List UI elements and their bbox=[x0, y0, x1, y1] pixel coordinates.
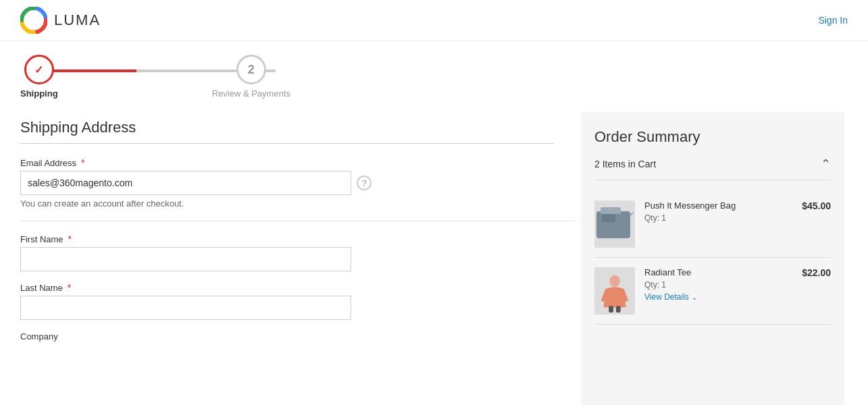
item-1-thumbnail bbox=[594, 200, 635, 248]
email-input-row: ? bbox=[20, 171, 554, 195]
form-divider bbox=[20, 221, 574, 221]
item-2-name: Radiant Tee bbox=[644, 267, 792, 277]
first-name-input[interactable] bbox=[20, 247, 351, 271]
company-form-group: Company bbox=[20, 331, 554, 344]
svg-rect-2 bbox=[601, 207, 621, 214]
last-name-input[interactable] bbox=[20, 296, 351, 320]
first-name-label: First Name bbox=[20, 234, 63, 244]
order-summary-column: Order Summary 2 Items in Cart ⌃ bbox=[581, 105, 844, 405]
svg-rect-6 bbox=[609, 306, 613, 313]
collapse-cart-icon[interactable]: ⌃ bbox=[821, 157, 831, 171]
first-name-form-group: First Name * bbox=[20, 234, 554, 271]
luma-logo-icon bbox=[20, 7, 47, 34]
items-in-cart-row: 2 Items in Cart ⌃ bbox=[594, 157, 831, 180]
svg-line-4 bbox=[630, 213, 633, 215]
item-2-details: Radiant Tee Qty: 1 View Details ⌄ bbox=[644, 267, 792, 302]
logo-text: LUMA bbox=[54, 11, 101, 29]
svg-rect-3 bbox=[602, 214, 615, 222]
step-2-label: Review & Payments bbox=[212, 88, 290, 99]
step-1-circle: ✓ bbox=[24, 55, 54, 84]
email-label: Email Address bbox=[20, 158, 76, 168]
item-1-qty: Qty: 1 bbox=[644, 213, 792, 223]
logo-area: LUMA bbox=[20, 7, 101, 34]
item-1-name: Push It Messenger Bag bbox=[644, 200, 792, 211]
order-item-2: Radiant Tee Qty: 1 View Details ⌄ $22.00 bbox=[594, 258, 831, 325]
shipping-address-title: Shipping Address bbox=[20, 105, 554, 144]
left-column: Shipping Address Email Address * ? You c… bbox=[20, 105, 581, 405]
last-name-label: Last Name bbox=[20, 283, 63, 293]
step-1-shipping: ✓ Shipping bbox=[20, 55, 58, 99]
step-1-checkmark: ✓ bbox=[34, 63, 43, 76]
view-details-link[interactable]: View Details ⌄ bbox=[644, 292, 697, 302]
last-name-form-group: Last Name * bbox=[20, 282, 554, 320]
messenger-bag-image bbox=[595, 202, 634, 246]
step-2-circle: 2 bbox=[236, 55, 266, 84]
item-2-price: $22.00 bbox=[802, 267, 831, 278]
main-layout: Shipping Address Email Address * ? You c… bbox=[0, 105, 868, 405]
progress-bar-section: ✓ Shipping 2 Review & Payments bbox=[0, 41, 868, 105]
order-item-1: Push It Messenger Bag Qty: 1 $45.00 bbox=[594, 191, 831, 258]
radiant-tee-image bbox=[595, 268, 634, 314]
items-count-label: 2 Items in Cart bbox=[594, 159, 656, 169]
item-1-price: $45.00 bbox=[802, 200, 831, 211]
view-details-chevron: ⌄ bbox=[692, 294, 697, 301]
first-name-required-star: * bbox=[68, 234, 71, 244]
email-hint: You can create an account after checkout… bbox=[20, 198, 554, 209]
step-1-label: Shipping bbox=[20, 88, 58, 99]
svg-point-5 bbox=[609, 275, 620, 287]
email-form-group: Email Address * ? You can create an acco… bbox=[20, 157, 554, 209]
view-details-label: View Details bbox=[644, 292, 689, 302]
site-header: LUMA Sign In bbox=[0, 0, 868, 41]
svg-rect-7 bbox=[616, 306, 621, 313]
order-summary-title: Order Summary bbox=[594, 128, 831, 146]
last-name-required-star: * bbox=[68, 282, 71, 293]
email-required-star: * bbox=[81, 157, 84, 168]
order-summary: Order Summary 2 Items in Cart ⌃ bbox=[581, 112, 844, 405]
item-2-thumbnail bbox=[594, 267, 635, 315]
sign-in-link[interactable]: Sign In bbox=[818, 15, 848, 26]
email-help-icon[interactable]: ? bbox=[357, 176, 372, 190]
step-2-payments: 2 Review & Payments bbox=[212, 55, 290, 99]
item-1-details: Push It Messenger Bag Qty: 1 bbox=[644, 200, 792, 223]
company-label: Company bbox=[20, 331, 58, 342]
step-2-number: 2 bbox=[248, 63, 255, 77]
item-2-qty: Qty: 1 bbox=[644, 280, 792, 290]
email-input[interactable] bbox=[20, 171, 351, 195]
